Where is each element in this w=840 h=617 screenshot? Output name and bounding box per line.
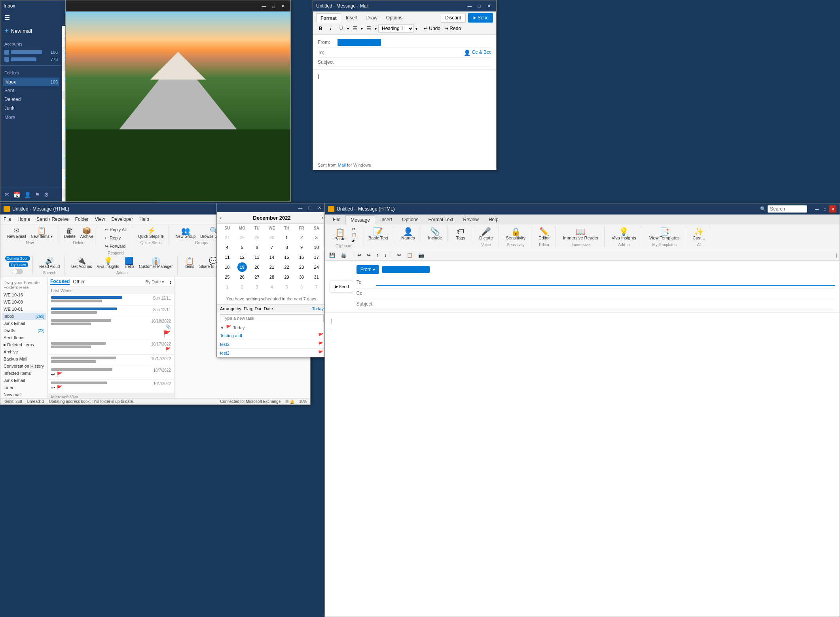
new-task-input[interactable] bbox=[220, 314, 324, 322]
menu-file[interactable]: File bbox=[4, 215, 11, 223]
dictate-button[interactable]: 🎤 Dictate bbox=[477, 226, 495, 242]
cal-date[interactable]: 3 bbox=[312, 233, 321, 242]
quicksteps-button[interactable]: ⚡ Quick Steps ⚙ bbox=[136, 226, 166, 240]
cal-date[interactable]: 16 bbox=[297, 252, 306, 262]
editor-button[interactable]: ✏️ Editor bbox=[536, 226, 552, 242]
close-button[interactable]: ✕ bbox=[484, 2, 493, 10]
archive-button[interactable]: 📦 Archive bbox=[78, 226, 95, 240]
cal-date[interactable]: 29 bbox=[282, 272, 292, 282]
menu-send-receive[interactable]: Send / Receive bbox=[36, 215, 68, 223]
sort-icon[interactable]: ↕ bbox=[169, 279, 172, 285]
underline-button[interactable]: U bbox=[337, 24, 345, 33]
mail-link[interactable]: Mail bbox=[338, 163, 346, 167]
to-input[interactable] bbox=[338, 50, 464, 55]
redo-button[interactable]: ↪ Redo bbox=[443, 24, 463, 33]
account-1[interactable]: 106 bbox=[3, 49, 59, 56]
cal-date[interactable]: 24 bbox=[312, 262, 321, 272]
calendar-icon[interactable]: 📅 bbox=[12, 190, 21, 199]
message-item[interactable]: 10/17/2022 bbox=[48, 355, 174, 366]
tab-draw[interactable]: Draw bbox=[362, 13, 381, 23]
folder-we1008[interactable]: WE 10-08 bbox=[2, 298, 46, 306]
menu-view[interactable]: View bbox=[95, 215, 105, 223]
today-button[interactable]: Today bbox=[312, 306, 324, 311]
cal-date-today[interactable]: 19 bbox=[237, 262, 247, 272]
email-body[interactable]: | bbox=[313, 70, 496, 160]
toggle-off[interactable] bbox=[12, 269, 23, 274]
viva-insights-button[interactable]: 💡 Viva Insights bbox=[609, 226, 639, 242]
cal-date[interactable]: 27 bbox=[222, 233, 232, 242]
cal-date[interactable]: 10 bbox=[312, 243, 321, 252]
cal-date[interactable]: 22 bbox=[282, 262, 292, 272]
tags-button[interactable]: 🏷 Tags bbox=[453, 226, 468, 242]
tab-focused[interactable]: Focused bbox=[50, 279, 70, 285]
cal-date[interactable]: 3 bbox=[252, 282, 262, 292]
folder-sent[interactable]: Sent bbox=[3, 86, 59, 95]
message-item[interactable]: 10/18/2022 📎 🚩 bbox=[48, 317, 174, 340]
discard-button[interactable]: Discard bbox=[441, 13, 466, 23]
tab-message[interactable]: Message bbox=[345, 215, 375, 224]
cal-date[interactable]: 1 bbox=[282, 233, 292, 242]
up-button[interactable]: ↑ bbox=[374, 251, 381, 259]
cal-date[interactable]: 30 bbox=[297, 272, 306, 282]
cal-date[interactable]: 20 bbox=[252, 262, 262, 272]
immersive-reader-button[interactable]: 📖 Immersive Reader bbox=[561, 226, 601, 242]
cal-date[interactable]: 21 bbox=[267, 262, 277, 272]
cal-date[interactable]: 28 bbox=[237, 233, 247, 242]
cal-date[interactable]: 13 bbox=[252, 252, 262, 262]
cal-date[interactable]: 1 bbox=[222, 282, 232, 292]
copy-button[interactable]: 📋 bbox=[405, 251, 415, 259]
folder-inbox[interactable]: Inbox [269] bbox=[2, 313, 46, 320]
cal-date[interactable]: 29 bbox=[252, 233, 262, 242]
maximize-button[interactable]: □ bbox=[305, 204, 314, 212]
subject-input[interactable] bbox=[376, 300, 835, 308]
cal-date[interactable]: 25 bbox=[222, 272, 232, 282]
bullet-dropdown[interactable]: ▾ bbox=[361, 27, 363, 31]
minimize-button[interactable]: — bbox=[465, 2, 474, 10]
undo-button[interactable]: ↩ Undo bbox=[422, 24, 442, 33]
search-input[interactable] bbox=[768, 205, 807, 213]
cal-date[interactable]: 8 bbox=[282, 243, 292, 252]
delete-button[interactable]: 🗑 Delete bbox=[62, 226, 78, 240]
tab-help[interactable]: Help bbox=[484, 215, 503, 224]
reply-all-button[interactable]: ↩ Reply All bbox=[103, 226, 129, 234]
maximize-button[interactable]: □ bbox=[821, 205, 829, 213]
cal-date[interactable]: 5 bbox=[237, 243, 247, 252]
cal-date[interactable]: 11 bbox=[222, 252, 232, 262]
close-button[interactable]: ✕ bbox=[829, 205, 836, 213]
menu-home[interactable]: Home bbox=[17, 215, 30, 223]
minimize-button[interactable]: — bbox=[813, 205, 821, 213]
cal-date[interactable]: 2 bbox=[237, 282, 247, 292]
down-button[interactable]: ↓ bbox=[382, 251, 389, 259]
items-button[interactable]: 📋 Items bbox=[182, 256, 197, 270]
folder-infected[interactable]: Infected Items bbox=[2, 370, 46, 377]
number-list-button[interactable]: ☰ bbox=[364, 24, 373, 33]
cal-date[interactable]: 7 bbox=[312, 282, 321, 292]
from-button[interactable]: From ▾ bbox=[356, 265, 379, 274]
cc-bcc-button[interactable]: Cc & Bcc bbox=[472, 49, 491, 56]
tab-insert[interactable]: Insert bbox=[342, 13, 362, 23]
save-button[interactable]: 💾 bbox=[327, 251, 337, 259]
view-templates-button[interactable]: 📑 View Templates bbox=[647, 226, 682, 242]
viva-insights-button[interactable]: 💡 Viva Insights bbox=[95, 256, 121, 270]
cal-date[interactable]: 17 bbox=[312, 252, 321, 262]
trello-button[interactable]: 🟦 Trello bbox=[122, 256, 136, 270]
tab-insert[interactable]: Insert bbox=[375, 215, 397, 224]
tab-options[interactable]: Options bbox=[397, 215, 423, 224]
folder-drafts[interactable]: Drafts [22] bbox=[2, 327, 46, 334]
heading-select[interactable]: Heading 1 Heading 2 Normal bbox=[378, 24, 414, 33]
paste-button[interactable]: 📋 Paste bbox=[330, 227, 349, 243]
italic-button[interactable]: I bbox=[326, 24, 335, 33]
folder-new-mail[interactable]: New mail bbox=[2, 391, 46, 398]
tab-options[interactable]: Options bbox=[382, 13, 406, 23]
cal-date[interactable]: 4 bbox=[222, 243, 232, 252]
folder-deleted[interactable]: Deleted bbox=[3, 95, 59, 104]
include-button[interactable]: 📎 Include bbox=[426, 226, 444, 242]
minimize-button[interactable]: — bbox=[296, 204, 305, 212]
cal-date[interactable]: 4 bbox=[267, 282, 277, 292]
tab-file[interactable]: File bbox=[328, 215, 345, 224]
new-group-button[interactable]: 👥 New Group bbox=[174, 226, 198, 240]
maximize-button[interactable]: □ bbox=[269, 2, 278, 10]
tab-other[interactable]: Other bbox=[73, 279, 85, 285]
cal-date[interactable]: 28 bbox=[267, 272, 277, 282]
sort-control[interactable]: By Date ▾ bbox=[145, 279, 164, 285]
